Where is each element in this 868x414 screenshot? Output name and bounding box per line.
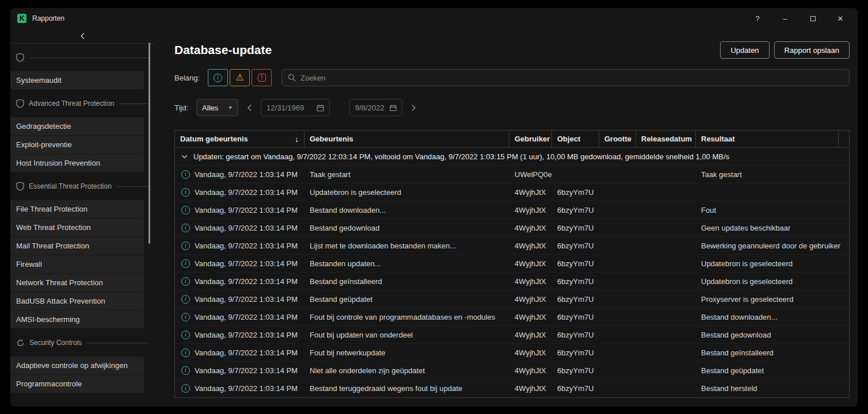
search-input[interactable]	[300, 74, 843, 82]
table-row[interactable]: i Vandaag, 9/7/2022 1:03:14 PM Updatebro…	[175, 183, 849, 201]
header-object[interactable]: Object	[552, 131, 599, 147]
severity-filter-group: i ⚠ !	[208, 69, 272, 86]
date-from-field[interactable]	[261, 99, 330, 116]
header-date[interactable]: Datum gebeurtenis ↓	[175, 131, 304, 147]
sidebar-item[interactable]: Network Threat Protection	[10, 274, 144, 292]
table-row[interactable]: i Vandaag, 9/7/2022 1:03:14 PM Fout bij …	[175, 308, 849, 326]
event-result-cell: Taak gestart	[696, 170, 849, 179]
save-report-button[interactable]: Rapport opslaan	[774, 41, 850, 59]
header-result[interactable]: Resultaat	[696, 131, 839, 147]
severity-info-toggle[interactable]: i	[208, 69, 228, 86]
date-to-input[interactable]	[355, 103, 385, 112]
table-row[interactable]: i Vandaag, 9/7/2022 1:03:14 PM Taak gest…	[175, 166, 849, 183]
update-button[interactable]: Updaten	[720, 41, 769, 59]
importance-label: Belang:	[174, 74, 200, 82]
info-icon: i	[181, 224, 190, 232]
sidebar-item[interactable]: Exploit-preventie	[10, 136, 144, 154]
time-range-select[interactable]: Alles ▼	[196, 99, 238, 116]
next-period-button[interactable]	[411, 104, 416, 112]
sidebar-item[interactable]: Mail Threat Protection	[10, 237, 144, 255]
table-row[interactable]: i Vandaag, 9/7/2022 1:03:14 PM Bestand g…	[175, 219, 849, 237]
event-name-cell: Taak gestart	[304, 170, 509, 179]
sidebar-item-label: Host Intrusion Prevention	[16, 159, 100, 167]
sidebar-item-label: AMSI-bescherming	[16, 315, 80, 324]
minimize-button[interactable]: –	[778, 12, 792, 25]
sidebar-item[interactable]: Systeemaudit	[10, 71, 144, 89]
event-user-cell: 4WyjhJtX	[509, 206, 552, 214]
header-user[interactable]: Gebruiker	[509, 131, 552, 147]
sidebar-section-header: Security Controls	[10, 329, 154, 356]
event-date-cell: i Vandaag, 9/7/2022 1:03:14 PM	[175, 295, 304, 304]
event-result-cell: Bestand gedownload	[696, 331, 849, 339]
calendar-icon	[317, 104, 324, 112]
chevron-down-icon	[181, 155, 188, 159]
sidebar-item[interactable]: BadUSB Attack Prevention	[10, 292, 144, 310]
header-release[interactable]: Releasedatum	[636, 131, 696, 147]
header-event[interactable]: Gebeurtenis	[304, 131, 509, 147]
sidebar-item[interactable]: File Threat Protection	[10, 200, 144, 218]
window-title: Rapporten	[32, 14, 64, 22]
section-divider	[29, 57, 149, 58]
previous-period-button[interactable]	[247, 104, 252, 112]
sidebar-item[interactable]: Host Intrusion Prevention	[10, 154, 144, 172]
maximize-button[interactable]	[806, 12, 820, 25]
calendar-icon	[390, 104, 397, 112]
table-row[interactable]: i Vandaag, 9/7/2022 1:03:14 PM Bestand d…	[175, 201, 849, 219]
event-name-cell: Bestand downloaden...	[304, 206, 509, 214]
table-row[interactable]: i Vandaag, 9/7/2022 1:03:14 PM Fout bij …	[175, 344, 849, 362]
severity-critical-toggle[interactable]: !	[252, 69, 272, 86]
sidebar-scrollbar[interactable]	[149, 43, 150, 244]
chevron-left-icon	[247, 104, 252, 112]
search-box[interactable]	[281, 69, 850, 86]
event-user-cell: 4WyjhJtX	[509, 313, 552, 321]
sidebar-item[interactable]: AMSI-bescherming	[10, 310, 144, 328]
date-to-field[interactable]	[349, 99, 402, 116]
table-row[interactable]: i Vandaag, 9/7/2022 1:03:14 PM Bestanden…	[175, 255, 849, 273]
table-row[interactable]: i Vandaag, 9/7/2022 1:03:14 PM Bestand t…	[175, 379, 849, 397]
sidebar-item-label: BadUSB Attack Prevention	[16, 297, 105, 305]
sidebar-sections: Systeemaudit Advanced Threat Protection …	[10, 44, 164, 393]
event-object-cell: 6bzyYm7U	[552, 259, 599, 268]
event-date: Vandaag, 9/7/2022 1:03:14 PM	[195, 348, 298, 357]
sidebar-item-label: Web Threat Protection	[16, 223, 91, 232]
event-name-cell: Bestanden updaten...	[304, 259, 509, 268]
event-date: Vandaag, 9/7/2022 1:03:14 PM	[195, 277, 298, 286]
event-date-cell: i Vandaag, 9/7/2022 1:03:14 PM	[175, 206, 304, 214]
sidebar-collapse-button[interactable]	[10, 29, 154, 44]
table-row[interactable]: i Vandaag, 9/7/2022 1:03:14 PM Bestand g…	[175, 273, 849, 290]
event-object-cell: 6bzyYm7U	[552, 241, 599, 250]
header-size[interactable]: Grootte	[599, 131, 636, 147]
severity-warning-toggle[interactable]: ⚠	[230, 69, 250, 86]
close-button[interactable]: ✕	[833, 12, 847, 25]
event-user-cell: 4WyjhJtX	[509, 331, 552, 339]
table-row[interactable]: i Vandaag, 9/7/2022 1:03:14 PM Lijst met…	[175, 237, 849, 255]
table-row[interactable]: i Vandaag, 9/7/2022 1:03:14 PM Bestand g…	[175, 290, 849, 308]
event-name-cell: Lijst met te downloaden bestanden maken.…	[304, 241, 509, 250]
chevron-down-icon: ▼	[228, 105, 233, 110]
sidebar-item[interactable]: Gedragsdetectie	[10, 117, 144, 135]
kaspersky-logo-icon: K	[17, 14, 26, 23]
table-body: i Vandaag, 9/7/2022 1:03:14 PM Taak gest…	[175, 166, 849, 397]
event-result-cell: Fout	[696, 206, 849, 214]
sidebar-item[interactable]: Programmacontrole	[10, 375, 144, 393]
table-row[interactable]: i Vandaag, 9/7/2022 1:03:14 PM Niet alle…	[175, 362, 849, 379]
event-object-cell: 6bzyYm7U	[552, 366, 599, 375]
titlebar: K Rapporten ? – ✕	[10, 8, 858, 29]
table-row[interactable]: i Vandaag, 9/7/2022 1:03:14 PM Fout bij …	[175, 326, 849, 344]
date-from-input[interactable]	[267, 103, 310, 112]
chevron-left-icon	[80, 32, 85, 40]
help-button[interactable]: ?	[751, 12, 764, 25]
event-result-cell: Bewerking geannuleerd door de gebruiker	[696, 241, 849, 250]
shield-icon	[16, 99, 24, 108]
sidebar-item[interactable]: Adaptieve controle op afwijkingen	[10, 356, 144, 374]
sort-descending-icon[interactable]: ↓	[295, 135, 299, 144]
info-severity-icon: i	[214, 74, 222, 82]
sidebar-item[interactable]: Web Threat Protection	[10, 218, 144, 236]
search-icon	[288, 74, 296, 82]
event-result-cell: Bestand geïnstalleerd	[696, 348, 849, 357]
header-gutter	[839, 131, 849, 147]
sidebar-item[interactable]: Firewall	[10, 255, 144, 273]
event-name-cell: Bestand teruggedraaid wegens fout bij up…	[304, 384, 509, 393]
group-row[interactable]: Updaten: gestart om Vandaag, 9/7/2022 12…	[175, 148, 849, 166]
event-result-cell: Bestand geüpdatet	[696, 366, 849, 375]
